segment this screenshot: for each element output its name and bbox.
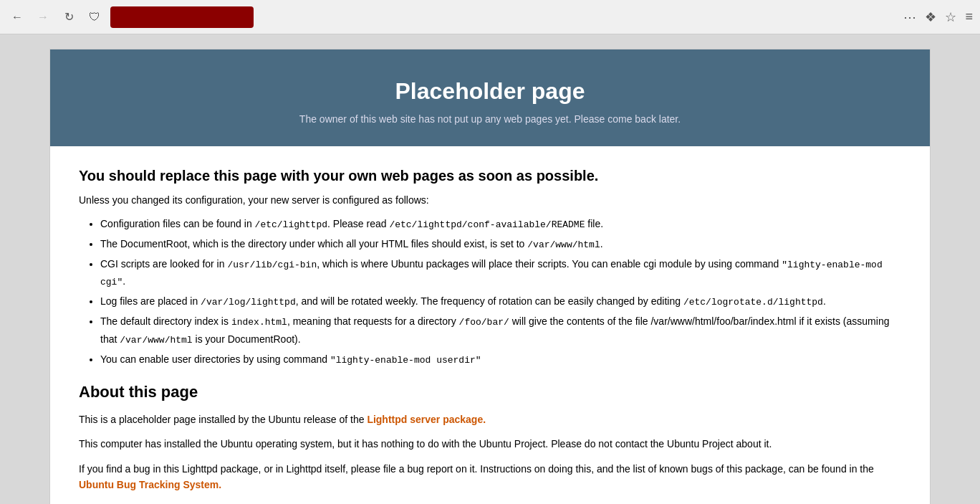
shield-button[interactable]: 🛡 [85, 7, 105, 27]
more-icon[interactable]: ⋯ [903, 9, 916, 25]
list-item: Configuration files can be found in /etc… [100, 216, 901, 233]
address-bar[interactable] [110, 6, 254, 28]
list-item: CGI scripts are looked for in /usr/lib/c… [100, 256, 901, 290]
list-item: The default directory index is index.htm… [100, 313, 901, 348]
shield-icon[interactable]: ❖ [925, 9, 936, 25]
about-p2: This computer has installed the Ubuntu o… [79, 436, 901, 452]
list-item: You can enable user directories by using… [100, 351, 901, 369]
page-title: Placeholder page [64, 78, 916, 105]
about-section: About this page This is a placeholder pa… [79, 383, 901, 493]
bullet-list: Configuration files can be found in /etc… [100, 216, 901, 369]
menu-icon[interactable]: ≡ [965, 9, 973, 24]
header-banner: Placeholder page The owner of this web s… [50, 49, 930, 146]
ubuntu-bug-link[interactable]: Ubuntu Bug Tracking System. [79, 479, 221, 490]
main-content: You should replace this page with your o… [50, 146, 930, 504]
page-subtitle: The owner of this web site has not put u… [64, 113, 916, 125]
forward-button[interactable]: → [33, 7, 53, 27]
about-p1-before: This is a placeholder page installed by … [79, 414, 367, 425]
content-box: Placeholder page The owner of this web s… [49, 49, 931, 504]
browser-toolbar: ← → ↻ 🛡 ⋯ ❖ ☆ ≡ [0, 0, 980, 34]
bookmark-icon[interactable]: ☆ [945, 9, 956, 25]
about-p3: If you find a bug in this Lighttpd packa… [79, 461, 901, 493]
about-heading: About this page [79, 383, 901, 401]
about-p3-before: If you find a bug in this Lighttpd packa… [79, 463, 874, 475]
reload-button[interactable]: ↻ [59, 7, 79, 27]
browser-actions: ⋯ ❖ ☆ ≡ [903, 9, 973, 25]
back-button[interactable]: ← [7, 7, 27, 27]
lighttpd-link[interactable]: Lighttpd server package. [367, 414, 486, 425]
intro-text: Unless you changed its configuration, yo… [79, 194, 901, 206]
about-p1: This is a placeholder page installed by … [79, 412, 901, 427]
list-item: The DocumentRoot, which is the directory… [100, 236, 901, 253]
main-heading: You should replace this page with your o… [79, 168, 901, 184]
list-item: Log files are placed in /var/log/lighttp… [100, 293, 901, 310]
page-wrapper: Placeholder page The owner of this web s… [0, 34, 980, 504]
